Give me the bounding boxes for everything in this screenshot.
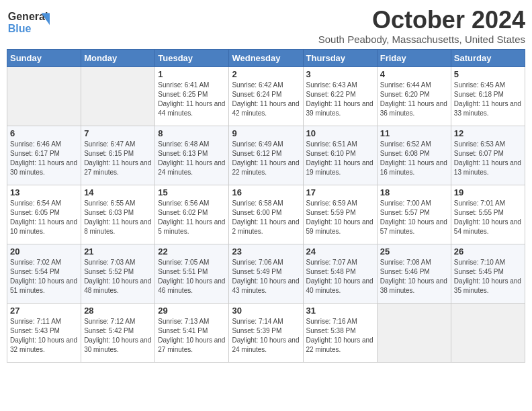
day-info: Sunrise: 7:08 AMSunset: 5:46 PMDaylight:… <box>380 258 448 295</box>
sunset-text: Sunset: 6:25 PM <box>158 91 208 98</box>
daylight-text: Daylight: 11 hours and 19 minutes. <box>306 159 373 176</box>
calendar-cell-w4-d7: 26Sunrise: 7:10 AMSunset: 5:45 PMDayligh… <box>451 244 525 303</box>
calendar-cell-w1-d6: 4Sunrise: 6:44 AMSunset: 6:20 PMDaylight… <box>377 66 451 126</box>
sunrise-text: Sunrise: 7:01 AM <box>454 199 505 207</box>
logo-svg: General Blue <box>7 7 60 40</box>
day-number: 15 <box>158 187 226 197</box>
calendar-cell-w4-d3: 22Sunrise: 7:05 AMSunset: 5:51 PMDayligh… <box>155 244 229 303</box>
daylight-text: Daylight: 11 hours and 36 minutes. <box>380 100 447 117</box>
calendar-cell-w3-d1: 13Sunrise: 6:54 AMSunset: 6:05 PMDayligh… <box>7 185 81 244</box>
sunrise-text: Sunrise: 6:51 AM <box>306 140 357 148</box>
calendar-cell-w5-d2: 28Sunrise: 7:12 AMSunset: 5:42 PMDayligh… <box>81 303 155 362</box>
sunset-text: Sunset: 5:43 PM <box>10 327 60 334</box>
sunrise-text: Sunrise: 6:56 AM <box>158 199 209 207</box>
day-info: Sunrise: 6:54 AMSunset: 6:05 PMDaylight:… <box>10 199 78 236</box>
day-number: 14 <box>84 187 152 197</box>
sunset-text: Sunset: 6:07 PM <box>454 150 504 157</box>
day-info: Sunrise: 6:49 AMSunset: 6:12 PMDaylight:… <box>232 140 300 177</box>
sunset-text: Sunset: 6:12 PM <box>232 150 281 157</box>
calendar-cell-w1-d3: 1Sunrise: 6:41 AMSunset: 6:25 PMDaylight… <box>155 66 229 126</box>
daylight-text: Daylight: 11 hours and 39 minutes. <box>306 100 373 117</box>
sunrise-text: Sunrise: 7:07 AM <box>306 259 357 266</box>
sunset-text: Sunset: 5:48 PM <box>306 268 356 275</box>
daylight-text: Daylight: 11 hours and 8 minutes. <box>84 218 151 235</box>
calendar-cell-w1-d1 <box>7 66 81 126</box>
day-info: Sunrise: 6:45 AMSunset: 6:18 PMDaylight:… <box>454 81 522 118</box>
daylight-text: Daylight: 10 hours and 35 minutes. <box>454 277 521 294</box>
daylight-text: Daylight: 10 hours and 30 minutes. <box>84 336 151 353</box>
day-info: Sunrise: 6:41 AMSunset: 6:25 PMDaylight:… <box>158 81 226 118</box>
calendar-cell-w3-d6: 18Sunrise: 7:00 AMSunset: 5:57 PMDayligh… <box>377 185 451 244</box>
sunrise-text: Sunrise: 6:53 AM <box>454 140 505 148</box>
week-row-1: 1Sunrise: 6:41 AMSunset: 6:25 PMDaylight… <box>7 66 525 126</box>
daylight-text: Daylight: 10 hours and 46 minutes. <box>158 277 225 294</box>
daylight-text: Daylight: 11 hours and 2 minutes. <box>232 218 299 235</box>
day-info: Sunrise: 6:46 AMSunset: 6:17 PMDaylight:… <box>10 140 78 177</box>
calendar-cell-w4-d6: 25Sunrise: 7:08 AMSunset: 5:46 PMDayligh… <box>377 244 451 303</box>
day-number: 13 <box>10 187 78 197</box>
logo: General Blue <box>7 7 60 40</box>
day-info: Sunrise: 6:43 AMSunset: 6:22 PMDaylight:… <box>306 81 374 118</box>
daylight-text: Daylight: 10 hours and 48 minutes. <box>84 277 151 294</box>
day-info: Sunrise: 6:55 AMSunset: 6:03 PMDaylight:… <box>84 199 152 236</box>
sunrise-text: Sunrise: 7:16 AM <box>306 318 357 325</box>
calendar-cell-w4-d4: 23Sunrise: 7:06 AMSunset: 5:49 PMDayligh… <box>229 244 303 303</box>
calendar-cell-w5-d4: 30Sunrise: 7:14 AMSunset: 5:39 PMDayligh… <box>229 303 303 362</box>
week-row-3: 13Sunrise: 6:54 AMSunset: 6:05 PMDayligh… <box>7 185 525 244</box>
sunset-text: Sunset: 6:15 PM <box>84 150 134 157</box>
svg-text:General: General <box>8 11 48 22</box>
daylight-text: Daylight: 11 hours and 10 minutes. <box>10 218 77 235</box>
sunset-text: Sunset: 6:05 PM <box>10 209 60 216</box>
sunrise-text: Sunrise: 7:13 AM <box>158 318 209 325</box>
sunrise-text: Sunrise: 6:43 AM <box>306 81 357 89</box>
day-number: 12 <box>454 128 522 138</box>
header: General Blue October 2024 South Peabody,… <box>7 7 525 45</box>
sunset-text: Sunset: 6:13 PM <box>158 150 208 157</box>
calendar-cell-w4-d2: 21Sunrise: 7:03 AMSunset: 5:52 PMDayligh… <box>81 244 155 303</box>
day-number: 22 <box>158 246 226 257</box>
daylight-text: Daylight: 10 hours and 38 minutes. <box>380 277 447 294</box>
weekday-header-monday: Monday <box>81 49 155 66</box>
day-info: Sunrise: 7:11 AMSunset: 5:43 PMDaylight:… <box>10 317 78 355</box>
sunset-text: Sunset: 5:39 PM <box>232 327 281 334</box>
weekday-header-saturday: Saturday <box>451 49 525 66</box>
daylight-text: Daylight: 10 hours and 22 minutes. <box>306 336 373 353</box>
day-number: 16 <box>232 187 300 197</box>
sunrise-text: Sunrise: 7:02 AM <box>10 259 61 266</box>
day-info: Sunrise: 7:06 AMSunset: 5:49 PMDaylight:… <box>232 258 300 295</box>
weekday-header-wednesday: Wednesday <box>229 49 303 66</box>
day-info: Sunrise: 6:59 AMSunset: 5:59 PMDaylight:… <box>306 199 374 236</box>
sunrise-text: Sunrise: 6:49 AM <box>232 140 283 148</box>
daylight-text: Daylight: 10 hours and 43 minutes. <box>232 277 299 294</box>
sunrise-text: Sunrise: 6:47 AM <box>84 140 135 148</box>
sunset-text: Sunset: 6:03 PM <box>84 209 134 216</box>
sunset-text: Sunset: 5:46 PM <box>380 268 430 275</box>
title-block: October 2024 South Peabody, Massachusett… <box>318 7 525 45</box>
weekday-header-thursday: Thursday <box>303 49 377 66</box>
day-number: 4 <box>380 69 448 79</box>
sunrise-text: Sunrise: 7:06 AM <box>232 259 283 266</box>
sunrise-text: Sunrise: 6:59 AM <box>306 199 357 207</box>
sunrise-text: Sunrise: 7:12 AM <box>84 318 135 325</box>
sunset-text: Sunset: 6:10 PM <box>306 150 356 157</box>
calendar-cell-w2-d7: 12Sunrise: 6:53 AMSunset: 6:07 PMDayligh… <box>451 126 525 185</box>
sunset-text: Sunset: 5:51 PM <box>158 268 208 275</box>
day-info: Sunrise: 7:16 AMSunset: 5:38 PMDaylight:… <box>306 317 374 355</box>
sunrise-text: Sunrise: 7:00 AM <box>380 199 431 207</box>
daylight-text: Daylight: 11 hours and 5 minutes. <box>158 218 225 235</box>
day-info: Sunrise: 6:47 AMSunset: 6:15 PMDaylight:… <box>84 140 152 177</box>
weekday-header-tuesday: Tuesday <box>155 49 229 66</box>
day-info: Sunrise: 6:56 AMSunset: 6:02 PMDaylight:… <box>158 199 226 236</box>
day-info: Sunrise: 7:13 AMSunset: 5:41 PMDaylight:… <box>158 317 226 355</box>
day-number: 1 <box>158 69 226 79</box>
day-number: 10 <box>306 128 374 138</box>
sunrise-text: Sunrise: 6:52 AM <box>380 140 431 148</box>
sunrise-text: Sunrise: 6:58 AM <box>232 199 283 207</box>
daylight-text: Daylight: 11 hours and 30 minutes. <box>10 159 77 176</box>
day-info: Sunrise: 7:01 AMSunset: 5:55 PMDaylight:… <box>454 199 522 236</box>
day-number: 31 <box>306 306 374 316</box>
day-number: 19 <box>454 187 522 197</box>
sunrise-text: Sunrise: 7:10 AM <box>454 259 505 266</box>
daylight-text: Daylight: 10 hours and 51 minutes. <box>10 277 77 294</box>
day-number: 11 <box>380 128 448 138</box>
